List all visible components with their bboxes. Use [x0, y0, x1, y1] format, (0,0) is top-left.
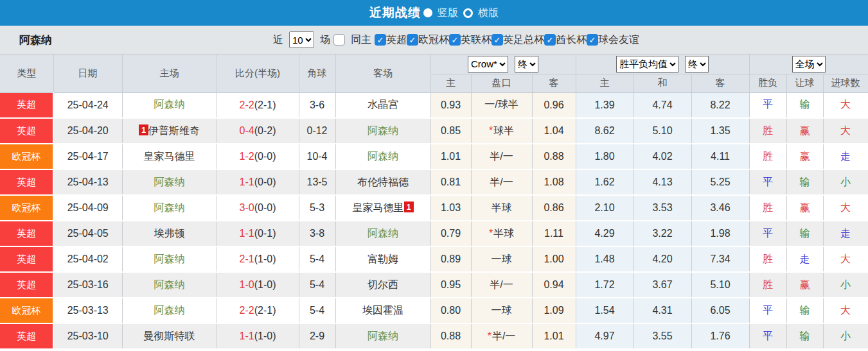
odds-away-cell: 0.86	[532, 195, 576, 221]
handicap-cell: 一球	[471, 298, 532, 323]
avg-draw-cell: 4.74	[633, 92, 691, 118]
away-team-link[interactable]: 皇家马德里	[353, 202, 404, 213]
avg-home-cell: 1.72	[576, 272, 633, 298]
full-time-score: 2-2	[240, 305, 254, 316]
avg-draw-cell: 4.31	[633, 298, 691, 323]
home-team-cell: 曼彻斯特联	[122, 323, 217, 349]
goals-cell: 大	[823, 118, 868, 144]
type-badge-cell: 英超	[0, 323, 53, 349]
league-filter[interactable]: ✓ 英超	[375, 33, 407, 47]
home-team-link[interactable]: 伊普斯维奇	[148, 125, 200, 136]
radio-horizontal-icon[interactable]	[463, 8, 473, 18]
home-team-cell: 1伊普斯维奇	[122, 118, 217, 144]
odds-home-cell: 1.01	[430, 144, 471, 169]
odds-home-cell: 0.81	[430, 169, 471, 195]
away-team-link[interactable]: 布伦特福德	[357, 176, 409, 187]
half-time-score: (0-0)	[254, 176, 276, 187]
scope-select[interactable]: 全场	[792, 56, 826, 73]
away-team-cell: 阿森纳	[335, 144, 430, 169]
team-name: 阿森纳	[19, 33, 52, 47]
away-team-link[interactable]: 切尔西	[368, 279, 398, 290]
home-team-link[interactable]: 埃弗顿	[154, 228, 185, 239]
red-card-badge: 1	[139, 124, 148, 135]
home-team-link[interactable]: 曼彻斯特联	[144, 330, 195, 341]
home-team-link[interactable]: 阿森纳	[154, 176, 185, 187]
type-badge-cell: 英超	[0, 118, 53, 144]
away-team-link[interactable]: 阿森纳	[368, 330, 398, 341]
away-team-link[interactable]: 富勒姆	[368, 253, 398, 264]
score-cell: 2-2(2-1)	[217, 298, 299, 323]
same-home-label[interactable]: 同主	[351, 33, 371, 47]
home-team-link[interactable]: 皇家马德里	[144, 151, 195, 162]
odds-away-cell: 1.01	[532, 323, 576, 349]
result-cell: 平	[749, 323, 786, 349]
league-filter-label: 酋长杯	[556, 33, 587, 47]
recent-results-panel: 近期战绩 竖版 横版 阿森纳 近 10 场 同主 ✓ 英超 ✓ 欧冠杯 ✓ 英联…	[0, 0, 868, 351]
home-team-link[interactable]: 阿森纳	[154, 305, 185, 316]
home-team-cell: 埃弗顿	[122, 221, 217, 246]
league-filter[interactable]: ✓ 英联杯	[449, 33, 492, 47]
table-row: 英超 25-04-02 阿森纳 2-1(1-0) 5-4 富勒姆 0.89 一球…	[0, 246, 868, 272]
half-time-score: (2-1)	[254, 305, 276, 316]
radio-horizontal-label[interactable]: 横版	[478, 6, 499, 20]
match-date: 25-04-17	[53, 144, 122, 169]
handicap-cell: 一球	[471, 246, 532, 272]
goals-cell: 大	[823, 92, 868, 118]
table-row: 英超 25-03-10 曼彻斯特联 1-1(1-0) 2-9 阿森纳 0.88 …	[0, 323, 868, 349]
avg-draw-cell: 3.55	[633, 323, 691, 349]
avg-draw-cell: 3.22	[633, 221, 691, 246]
handicap-value: 半/一	[490, 176, 513, 187]
checkbox-checked-icon: ✓	[375, 34, 386, 46]
avg-home-cell: 2.10	[576, 195, 633, 221]
let-result-cell: 赢	[786, 144, 823, 169]
games-label: 场	[320, 33, 330, 47]
handicap-value: 一球	[492, 305, 512, 316]
avg-home-cell: 1.39	[576, 92, 633, 118]
home-team-link[interactable]: 阿森纳	[154, 99, 185, 110]
odds-company-select[interactable]: Crow*	[468, 56, 508, 73]
handicap-value: 一/球半	[484, 99, 518, 110]
league-filter[interactable]: ✓ 球会友谊	[587, 33, 639, 47]
away-team-link[interactable]: 阿森纳	[368, 125, 398, 136]
radio-vertical-label[interactable]: 竖版	[438, 6, 458, 20]
goals-cell: 小	[823, 323, 868, 349]
odds-home-cell: 0.88	[430, 323, 471, 349]
let-result-cell: 输	[786, 298, 823, 323]
handicap-value: 半/一	[490, 279, 513, 290]
score-cell: 2-2(2-1)	[217, 92, 299, 118]
home-team-link[interactable]: 阿森纳	[154, 279, 185, 290]
avg-controls-cell: 胜平负均值 终	[576, 55, 749, 74]
radio-vertical-selected-icon[interactable]	[423, 8, 432, 17]
league-filter[interactable]: ✓ 酋长杯	[544, 33, 587, 47]
away-team-link[interactable]: 水晶宫	[368, 99, 398, 110]
let-result-cell: 赢	[786, 195, 823, 221]
same-home-checkbox[interactable]	[333, 34, 345, 46]
let-result-cell: 输	[786, 169, 823, 195]
match-count-select[interactable]: 10	[289, 31, 314, 48]
odds-away-cell: 1.00	[532, 246, 576, 272]
match-date: 25-04-09	[53, 195, 122, 221]
corner-cell: 5-4	[299, 272, 335, 298]
home-team-link[interactable]: 阿森纳	[154, 253, 185, 264]
avg-away-cell: 6.05	[691, 298, 749, 323]
odds-state-select[interactable]: 终	[515, 56, 538, 73]
away-team-link[interactable]: 阿森纳	[368, 151, 398, 162]
score-cell: 2-1(1-0)	[217, 246, 299, 272]
corner-cell: 2-9	[299, 323, 335, 349]
avg-state-select[interactable]: 终	[685, 56, 709, 73]
away-team-link[interactable]: 埃因霍温	[362, 305, 403, 316]
avg-away-cell: 1.35	[691, 118, 749, 144]
full-time-score: 2-1	[240, 253, 254, 264]
match-date: 25-03-16	[53, 272, 122, 298]
half-time-score: (0-1)	[254, 228, 276, 239]
avg-draw-cell: 4.02	[633, 144, 691, 169]
away-team-link[interactable]: 阿森纳	[368, 228, 398, 239]
avg-home-cell: 8.62	[576, 118, 633, 144]
home-team-link[interactable]: 阿森纳	[154, 202, 185, 213]
league-filter[interactable]: ✓ 欧冠杯	[407, 33, 449, 47]
full-time-score: 2-2	[240, 99, 254, 110]
avg-type-select[interactable]: 胜平负均值	[616, 56, 678, 73]
odds-home-cell: 0.85	[430, 118, 471, 144]
league-filter[interactable]: ✓ 英足总杯	[492, 33, 544, 47]
let-result-cell: 赢	[786, 272, 823, 298]
